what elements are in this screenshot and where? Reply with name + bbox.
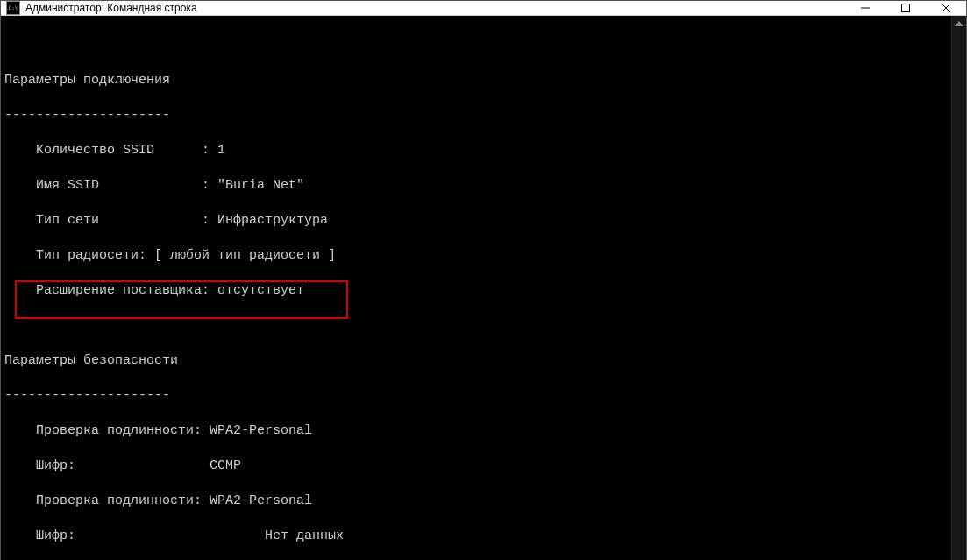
ssid-name-line: Имя SSID : "Buria Net" (4, 177, 951, 195)
cipher-line-1: Шифр: CCMP (4, 457, 951, 475)
network-type-line: Тип сети : Инфраструктура (4, 212, 951, 230)
cipher-line-2: Шифр: Нет данных (4, 528, 951, 545)
window-title: Администратор: Командная строка (25, 2, 845, 14)
scroll-up-button[interactable] (952, 16, 967, 31)
auth-line-1: Проверка подлинности: WPA2-Personal (4, 422, 951, 440)
close-button[interactable] (926, 1, 966, 15)
cmd-window: Администратор: Командная строка Параметр… (0, 0, 967, 560)
window-buttons (845, 1, 966, 15)
separator: --------------------- (4, 107, 951, 124)
vendor-ext-line: Расширение поставщика: отсутствует (4, 282, 951, 300)
console-output[interactable]: Параметры подключения ------------------… (1, 16, 951, 560)
blank-line (4, 37, 951, 54)
cmd-icon (6, 1, 20, 15)
blank-line (4, 317, 951, 335)
titlebar[interactable]: Администратор: Командная строка (1, 1, 966, 16)
maximize-button[interactable] (885, 1, 926, 15)
client-area: Параметры подключения ------------------… (1, 16, 966, 560)
connection-heading: Параметры подключения (4, 72, 951, 89)
auth-line-2: Проверка подлинности: WPA2-Personal (4, 493, 951, 510)
separator: --------------------- (4, 387, 951, 405)
svg-rect-1 (902, 4, 910, 12)
security-heading: Параметры безопасности (4, 352, 951, 370)
radio-type-line: Тип радиосети: [ любой тип радиосети ] (4, 247, 951, 265)
vertical-scrollbar[interactable] (951, 16, 966, 560)
minimize-button[interactable] (845, 1, 885, 15)
ssid-count-line: Количество SSID : 1 (4, 142, 951, 159)
